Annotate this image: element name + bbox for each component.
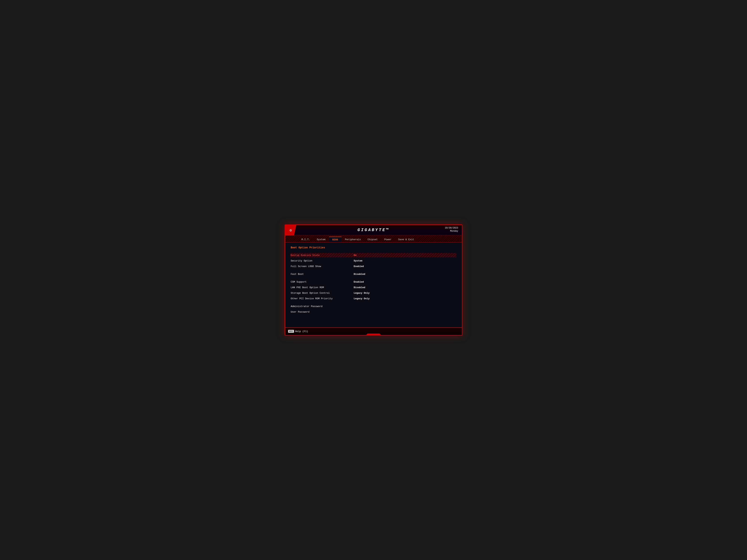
- value-fast-boot: Disabled: [354, 273, 365, 275]
- spacer-3: [291, 302, 456, 304]
- date-text: 10/30/2023: [445, 226, 458, 230]
- alt-key-label: Alt: [288, 330, 294, 333]
- gear-icon: ⚙: [289, 228, 292, 233]
- label-security-option: Security Option: [291, 260, 354, 262]
- tab-mit[interactable]: M.I.T.: [298, 237, 313, 242]
- bios-header: ⚙ GIGABYTE™ 10/30/2023 Monday: [285, 225, 462, 235]
- day-text: Monday: [445, 230, 458, 233]
- tab-power[interactable]: Power: [381, 237, 395, 242]
- help-text: Help (F1): [295, 330, 308, 333]
- spacer-2: [291, 277, 456, 279]
- bottom-bar: Alt Help (F1): [285, 327, 462, 335]
- row-storage-boot[interactable]: Storage Boot Option Control Legacy Only: [291, 291, 456, 295]
- row-bootup-numlock[interactable]: Bootup NumLock State On: [290, 253, 456, 258]
- label-lan-pxe: LAN PXE Boot Option ROM: [291, 286, 354, 289]
- value-security-option: System: [354, 260, 362, 262]
- row-fast-boot[interactable]: Fast Boot Disabled: [291, 272, 456, 276]
- datetime-display: 10/30/2023 Monday: [445, 226, 458, 233]
- bios-screen: ⚙ GIGABYTE™ 10/30/2023 Monday M.I.T. Sys…: [285, 224, 462, 336]
- label-fast-boot: Fast Boot: [291, 273, 354, 275]
- row-admin-password[interactable]: Administrator Password: [291, 304, 456, 309]
- header-corner-decoration: ⚙: [285, 225, 296, 235]
- label-csm-support: CSM Support: [291, 281, 354, 283]
- bios-content: Boot Option Priorities Bootup NumLock St…: [285, 242, 462, 327]
- spacer-1: [291, 270, 456, 272]
- label-bootup-numlock: Bootup NumLock State: [291, 254, 354, 257]
- value-lan-pxe: Disabled: [354, 286, 365, 289]
- tab-save-exit[interactable]: Save & Exit: [395, 237, 417, 242]
- label-other-pci: Other PCI Device ROM Priority: [291, 297, 354, 300]
- label-fullscreen-logo: Full Screen LOGO Show: [291, 265, 354, 268]
- navigation-bar: M.I.T. System BIOS Peripherals Chipset P…: [285, 235, 462, 242]
- value-storage-boot: Legacy Only: [354, 292, 369, 294]
- bottom-center-decoration: [366, 334, 381, 335]
- tab-system[interactable]: System: [313, 237, 329, 242]
- value-bootup-numlock: On: [354, 254, 357, 257]
- value-csm-support: Enabled: [354, 281, 364, 283]
- brand-logo: GIGABYTE™: [358, 228, 390, 233]
- row-other-pci[interactable]: Other PCI Device ROM Priority Legacy Onl…: [291, 296, 456, 301]
- row-user-password[interactable]: User Password: [291, 310, 456, 314]
- section-title: Boot Option Priorities: [291, 246, 456, 250]
- tab-bios[interactable]: BIOS: [329, 237, 342, 242]
- tab-chipset[interactable]: Chipset: [364, 237, 381, 242]
- label-user-password: User Password: [291, 311, 354, 313]
- row-csm-support[interactable]: CSM Support Enabled: [291, 279, 456, 284]
- help-button[interactable]: Alt Help (F1): [288, 330, 308, 333]
- label-admin-password: Administrator Password: [291, 305, 354, 308]
- value-other-pci: Legacy Only: [354, 297, 369, 300]
- value-fullscreen-logo: Enabled: [354, 265, 364, 268]
- row-lan-pxe[interactable]: LAN PXE Boot Option ROM Disabled: [291, 285, 456, 290]
- label-storage-boot: Storage Boot Option Control: [291, 292, 354, 294]
- row-fullscreen-logo[interactable]: Full Screen LOGO Show Enabled: [291, 264, 456, 268]
- tab-peripherals[interactable]: Peripherals: [342, 237, 364, 242]
- row-security-option[interactable]: Security Option System: [291, 259, 456, 263]
